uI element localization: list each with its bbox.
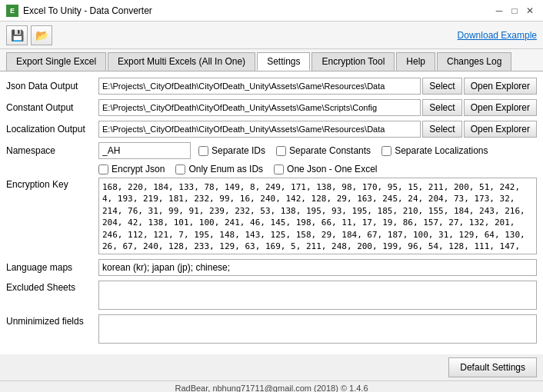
separate-ids-group: Separate IDs [198,145,265,156]
separate-localizations-checkbox[interactable] [381,146,391,156]
constant-output-row: Constant Output Select Open Explorer [6,99,537,116]
one-json-group: One Json - One Excel [274,164,377,174]
separate-localizations-label: Separate Localizations [395,145,488,156]
constant-output-input[interactable] [98,99,421,116]
one-json-label: One Json - One Excel [287,164,377,174]
title-bar: E Excel To Unity - Data Converter ─ □ ✕ [0,0,543,22]
one-json-checkbox[interactable] [274,164,284,174]
open-button[interactable]: 📂 [31,25,52,45]
localization-open-explorer-button[interactable]: Open Explorer [464,121,537,138]
constant-select-button[interactable]: Select [422,99,461,116]
status-text: RadBear, nbhung71711@gmail.com (2018) © … [175,384,368,392]
unminimized-fields-row: Unminimized fields [6,314,537,344]
language-maps-input[interactable] [98,259,537,276]
tab-encryption-tool[interactable]: Encryption Tool [311,52,395,71]
toolbar: 💾 📂 Download Example [0,22,543,49]
unminimized-fields-label: Unminimized fields [6,314,98,327]
unminimized-fields-textarea[interactable] [98,314,537,344]
tab-bar: Export Single Excel Export Multi Excels … [0,49,543,71]
maximize-button[interactable]: □ [508,4,521,18]
open-icon: 📂 [35,29,48,42]
app-icon: E [6,5,18,17]
localization-output-label: Localization Output [6,124,98,135]
separate-constants-group: Separate Constants [276,145,371,156]
save-button[interactable]: 💾 [6,25,28,45]
localization-output-input[interactable] [98,121,421,138]
language-maps-label: Language maps [6,262,98,273]
json-data-output-row: Json Data Output Select Open Explorer [6,78,537,95]
localization-select-button[interactable]: Select [422,121,461,138]
minimize-button[interactable]: ─ [492,4,506,18]
tab-export-multi[interactable]: Export Multi Excels (All In One) [108,52,255,71]
separate-constants-label: Separate Constants [289,145,371,156]
encryption-key-row: Encryption Key [6,178,537,254]
excluded-sheets-textarea[interactable] [98,281,537,310]
language-maps-row: Language maps [6,259,537,276]
localization-output-row: Localization Output Select Open Explorer [6,121,537,138]
options-row-2: Encrypt Json Only Enum as IDs One Json -… [98,164,537,174]
separate-ids-checkbox[interactable] [198,146,208,156]
title-bar-text: Excel To Unity - Data Converter [23,5,492,16]
separate-localizations-group: Separate Localizations [381,145,488,156]
constant-open-explorer-button[interactable]: Open Explorer [464,99,537,116]
json-data-open-explorer-button[interactable]: Open Explorer [464,78,537,95]
encrypt-json-label: Encrypt Json [112,164,165,174]
excluded-sheets-label: Excluded Sheets [6,281,98,293]
separate-constants-checkbox[interactable] [276,146,286,156]
encryption-key-label: Encryption Key [6,178,98,190]
toolbar-left: 💾 📂 [6,25,52,45]
tab-changes-log[interactable]: Changes Log [437,52,511,71]
namespace-label: Namespace [6,145,98,156]
tab-export-single[interactable]: Export Single Excel [6,52,106,71]
close-button[interactable]: ✕ [523,4,537,18]
json-data-output-label: Json Data Output [6,81,98,91]
save-icon: 💾 [11,29,24,42]
namespace-input[interactable] [98,142,191,159]
json-data-output-input[interactable] [98,78,421,95]
download-example-link[interactable]: Download Example [458,30,537,41]
namespace-row: Namespace Separate IDs Separate Constant… [6,142,537,159]
settings-panel: Json Data Output Select Open Explorer Co… [0,71,543,354]
encryption-key-textarea[interactable] [98,178,537,254]
only-enum-checkbox[interactable] [175,164,185,174]
default-settings-button[interactable]: Default Settings [448,357,537,377]
only-enum-group: Only Enum as IDs [175,164,263,174]
encrypt-json-group: Encrypt Json [98,164,165,174]
title-bar-controls: ─ □ ✕ [492,4,537,18]
encrypt-json-checkbox[interactable] [98,164,108,174]
tab-settings[interactable]: Settings [257,52,310,71]
tab-help[interactable]: Help [396,52,435,71]
status-bar: RadBear, nbhung71711@gmail.com (2018) © … [0,380,543,392]
footer-actions: Default Settings [0,354,543,380]
constant-output-label: Constant Output [6,102,98,113]
separate-ids-label: Separate IDs [212,145,265,156]
only-enum-label: Only Enum as IDs [188,164,263,174]
json-data-select-button[interactable]: Select [422,78,461,95]
excluded-sheets-row: Excluded Sheets [6,281,537,310]
